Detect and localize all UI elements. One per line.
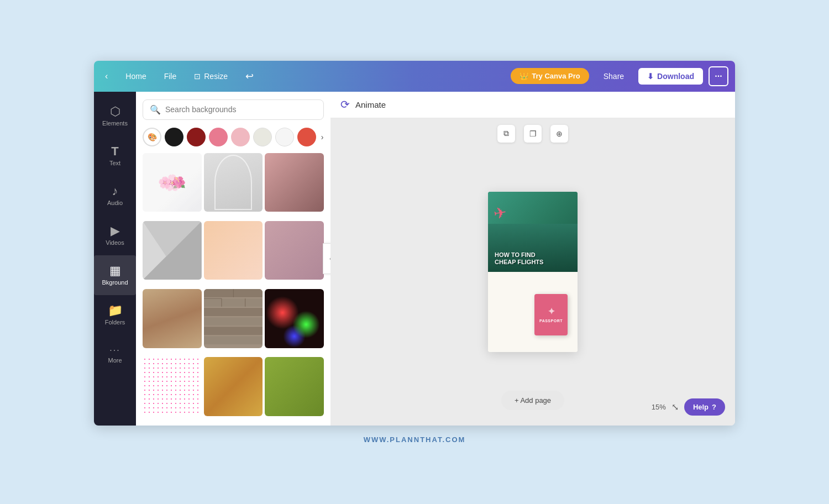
bg-thumb-mauve[interactable]	[265, 221, 324, 280]
home-nav-item[interactable]: Home	[121, 69, 150, 84]
videos-icon: ▶	[111, 225, 120, 237]
swatches-next-arrow[interactable]: ›	[321, 130, 324, 144]
zoom-level: 15%	[652, 403, 666, 411]
crown-icon: 👑	[520, 72, 528, 80]
background-grid: 🌸🌺	[136, 151, 330, 426]
topbar: ‹ Home File ⊡ Resize ↩ 👑 Try Canva Pro S…	[94, 61, 735, 92]
svg-rect-5	[204, 317, 263, 326]
design-card: ✈ HOW TO FIND CHEAP FLIGHTS PASSPORT	[488, 192, 578, 352]
more-options-button[interactable]: ···	[709, 66, 728, 86]
sidebar-item-audio[interactable]: ♪ Audio	[94, 176, 136, 216]
animate-icon: ⟳	[340, 98, 350, 111]
elements-icon: ⬡	[110, 106, 120, 118]
card-toolbar: ⧉ ❐ ⊕	[497, 125, 568, 143]
sidebar: ⬡ Elements T Text ♪ Audio ▶ Videos ▦ Bkg…	[94, 92, 136, 426]
bg-thumb-bokeh[interactable]	[265, 289, 324, 348]
sidebar-item-background[interactable]: ▦ Bkground	[94, 255, 136, 295]
card-tool-copy[interactable]: ❐	[524, 125, 542, 143]
help-button[interactable]: Help ?	[684, 398, 725, 416]
resize-nav-item[interactable]: ⊡ Resize	[190, 69, 232, 84]
swatch-dark-red[interactable]	[187, 128, 206, 146]
bg-thumb-warm-gradient[interactable]	[265, 153, 324, 212]
sidebar-item-text[interactable]: T Text	[94, 136, 136, 176]
resize-icon: ⊡	[194, 72, 201, 81]
add-page-button[interactable]: + Add page	[501, 391, 564, 410]
bottom-controls: 15% ⤡ Help ?	[652, 398, 725, 416]
search-icon: 🔍	[150, 104, 161, 115]
swatch-pink[interactable]	[209, 128, 228, 146]
bg-thumb-green[interactable]	[265, 357, 324, 416]
sidebar-item-elements[interactable]: ⬡ Elements	[94, 96, 136, 136]
canvas-workspace: ⧉ ❐ ⊕ ✈ HOW TO FIND	[330, 118, 735, 426]
bg-thumb-floral[interactable]: 🌸🌺	[143, 153, 202, 212]
panel-collapse-button[interactable]: ‹	[323, 243, 330, 274]
more-icon: ···	[109, 346, 120, 355]
undo-button[interactable]: ↩	[241, 68, 258, 85]
svg-rect-7	[204, 336, 263, 344]
text-icon: T	[111, 145, 118, 158]
expand-icon[interactable]: ⤡	[671, 402, 679, 412]
bg-thumb-grey-tri[interactable]	[143, 221, 202, 280]
card-top-section: ✈ HOW TO FIND CHEAP FLIGHTS	[488, 192, 578, 272]
sidebar-item-more[interactable]: ··· More	[94, 335, 136, 375]
sidebar-item-folders[interactable]: 📁 Folders	[94, 295, 136, 335]
svg-rect-4	[204, 308, 263, 316]
svg-rect-3	[204, 298, 263, 307]
watermark: WWW.PLANNTHAT.COM	[364, 435, 466, 444]
animate-bar: ⟳ Animate	[330, 92, 735, 118]
bg-thumb-wood[interactable]	[143, 289, 202, 348]
search-area: 🔍	[136, 92, 330, 125]
card-text-section: HOW TO FIND CHEAP FLIGHTS	[488, 246, 578, 271]
download-button[interactable]: ⬇ Download	[638, 68, 703, 85]
color-swatches-row: 🎨 ›	[136, 125, 330, 151]
custom-color-swatch[interactable]: 🎨	[143, 128, 161, 146]
bg-thumb-brick[interactable]	[204, 289, 263, 348]
bg-thumb-arch[interactable]	[204, 153, 263, 212]
canvas-area: ⟳ Animate ⧉ ❐ ⊕ ✈	[330, 92, 735, 426]
card-tool-add[interactable]: ⊕	[550, 125, 568, 143]
background-icon: ▦	[109, 265, 121, 277]
color-picker-icon: 🎨	[148, 133, 157, 141]
swatch-black[interactable]	[165, 128, 183, 146]
card-bottom-section: PASSPORT	[488, 272, 578, 352]
back-arrow-icon[interactable]: ‹	[101, 69, 112, 83]
search-input[interactable]	[165, 105, 317, 114]
share-button[interactable]: Share	[595, 68, 633, 85]
sidebar-item-videos[interactable]: ▶ Videos	[94, 216, 136, 255]
audio-icon: ♪	[112, 185, 118, 197]
topbar-right: 👑 Try Canva Pro Share ⬇ Download ···	[511, 66, 728, 86]
swatch-white[interactable]	[275, 128, 294, 146]
folders-icon: 📁	[108, 305, 123, 317]
file-nav-item[interactable]: File	[160, 69, 181, 84]
bg-thumb-dots[interactable]	[143, 357, 202, 416]
swatch-coral[interactable]	[297, 128, 316, 146]
card-headline: HOW TO FIND CHEAP FLIGHTS	[495, 251, 571, 266]
bg-thumb-gold[interactable]	[204, 357, 263, 416]
swatch-light-grey[interactable]	[253, 128, 272, 146]
swatch-light-pink[interactable]	[231, 128, 250, 146]
download-icon: ⬇	[647, 72, 654, 81]
try-canva-pro-button[interactable]: 👑 Try Canva Pro	[511, 68, 589, 84]
background-panel: 🔍 🎨 › �	[136, 92, 330, 426]
help-question-icon: ?	[712, 403, 716, 411]
card-tool-duplicate[interactable]: ⧉	[497, 125, 515, 143]
passport-icon: PASSPORT	[534, 294, 568, 335]
svg-rect-6	[204, 327, 263, 335]
animate-label[interactable]: Animate	[355, 100, 386, 109]
bg-thumb-peach[interactable]	[204, 221, 263, 280]
topbar-left: ‹ Home File ⊡ Resize ↩	[101, 68, 511, 85]
search-box[interactable]: 🔍	[143, 99, 324, 120]
content-area: ⬡ Elements T Text ♪ Audio ▶ Videos ▦ Bkg…	[94, 92, 735, 426]
